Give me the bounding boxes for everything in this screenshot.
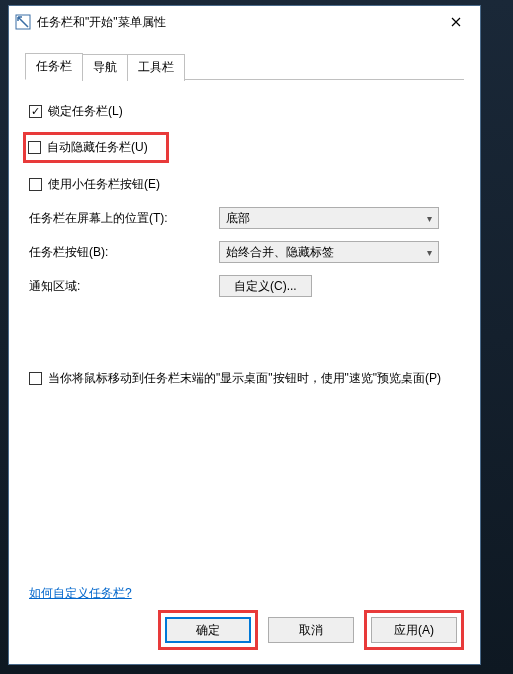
highlight-autohide: 自动隐藏任务栏(U)	[23, 132, 169, 163]
button-label: 取消	[299, 622, 323, 639]
row-lock-taskbar: 锁定任务栏(L)	[29, 100, 460, 122]
row-small-buttons: 使用小任务栏按钮(E)	[29, 173, 460, 195]
row-notification-area: 通知区域: 自定义(C)...	[29, 275, 460, 297]
highlight-apply: 应用(A)	[364, 610, 464, 650]
properties-dialog: 任务栏和"开始"菜单属性 任务栏 导航 工具栏 锁定任务栏(L) 自动隐藏任务栏…	[8, 5, 481, 665]
button-customize-notify[interactable]: 自定义(C)...	[219, 275, 312, 297]
label-taskbar-buttons: 任务栏按钮(B):	[29, 244, 219, 261]
button-label: 自定义(C)...	[234, 278, 297, 295]
highlight-ok: 确定	[158, 610, 258, 650]
ok-button[interactable]: 确定	[165, 617, 251, 643]
label-peek: 当你将鼠标移动到任务栏末端的"显示桌面"按钮时，使用"速览"预览桌面(P)	[48, 370, 441, 387]
dialog-content: 任务栏 导航 工具栏 锁定任务栏(L) 自动隐藏任务栏(U) 使用小任务栏按钮(…	[9, 38, 480, 664]
app-icon	[15, 14, 31, 30]
apply-button[interactable]: 应用(A)	[371, 617, 457, 643]
checkbox-small-buttons[interactable]	[29, 178, 42, 191]
row-taskbar-location: 任务栏在屏幕上的位置(T): 底部 ▾	[29, 207, 460, 229]
label-lock-taskbar: 锁定任务栏(L)	[48, 103, 123, 120]
label-autohide: 自动隐藏任务栏(U)	[47, 139, 148, 156]
tabstrip: 任务栏 导航 工具栏	[25, 52, 464, 80]
label-taskbar-location: 任务栏在屏幕上的位置(T):	[29, 210, 219, 227]
tab-label: 工具栏	[138, 60, 174, 74]
select-value: 底部	[226, 210, 250, 227]
checkbox-peek[interactable]	[29, 372, 42, 385]
label-small-buttons: 使用小任务栏按钮(E)	[48, 176, 160, 193]
close-button[interactable]	[434, 7, 478, 37]
label-notification-area: 通知区域:	[29, 278, 219, 295]
tab-toolbars[interactable]: 工具栏	[127, 54, 185, 81]
row-peek: 当你将鼠标移动到任务栏末端的"显示桌面"按钮时，使用"速览"预览桌面(P)	[29, 367, 460, 389]
window-title: 任务栏和"开始"菜单属性	[37, 14, 434, 31]
button-label: 应用(A)	[394, 622, 434, 639]
select-taskbar-buttons[interactable]: 始终合并、隐藏标签 ▾	[219, 241, 439, 263]
link-text: 如何自定义任务栏?	[29, 586, 132, 600]
tab-label: 任务栏	[36, 59, 72, 73]
tab-navigation[interactable]: 导航	[82, 54, 128, 81]
row-autohide: 自动隐藏任务栏(U)	[23, 132, 460, 163]
titlebar: 任务栏和"开始"菜单属性	[9, 6, 480, 38]
checkbox-lock-taskbar[interactable]	[29, 105, 42, 118]
row-taskbar-buttons: 任务栏按钮(B): 始终合并、隐藏标签 ▾	[29, 241, 460, 263]
dialog-button-bar: 确定 取消 应用(A)	[158, 610, 464, 650]
tab-label: 导航	[93, 60, 117, 74]
chevron-down-icon: ▾	[427, 213, 432, 224]
select-taskbar-location[interactable]: 底部 ▾	[219, 207, 439, 229]
cancel-button[interactable]: 取消	[268, 617, 354, 643]
link-customize-taskbar[interactable]: 如何自定义任务栏?	[29, 585, 132, 602]
checkbox-autohide[interactable]	[28, 141, 41, 154]
button-label: 确定	[196, 622, 220, 639]
tab-page-taskbar: 锁定任务栏(L) 自动隐藏任务栏(U) 使用小任务栏按钮(E) 任务栏在屏幕上的…	[25, 80, 464, 403]
tab-taskbar[interactable]: 任务栏	[25, 53, 83, 80]
chevron-down-icon: ▾	[427, 247, 432, 258]
select-value: 始终合并、隐藏标签	[226, 244, 334, 261]
